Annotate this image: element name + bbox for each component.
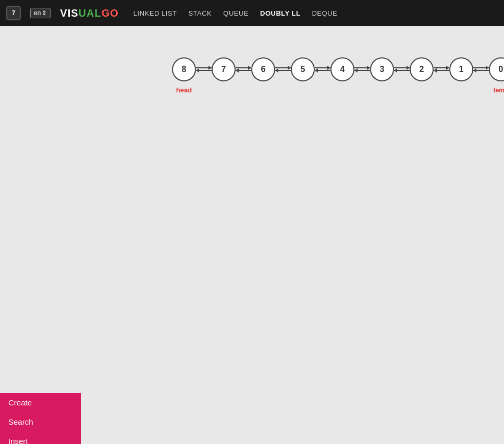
arrow-left-icon	[236, 70, 251, 71]
node-label-8: temp/oldtail	[494, 87, 504, 94]
logo-go: GO	[102, 7, 119, 19]
logo-ual: UAL	[79, 7, 102, 19]
main-nav: LINKED LIST STACK QUEUE DOUBLY LL DEQUE	[133, 9, 337, 17]
list-node-7: 7	[212, 57, 236, 81]
node-label-0: head	[176, 86, 192, 94]
arrow-left-icon	[354, 70, 370, 71]
sidebar-panel: Create Search Insert Remove	[0, 393, 81, 444]
arrow-left-icon	[434, 70, 449, 71]
bottom-toolbar: Create Search Insert Remove Remove Head …	[0, 418, 504, 444]
arrow-3	[315, 67, 330, 71]
arrow-7	[473, 67, 489, 71]
list-node-8: 8head	[172, 57, 196, 81]
list-node-6: 6	[251, 57, 275, 81]
arrow-2	[275, 67, 291, 71]
node-circle-4: 4	[330, 57, 354, 81]
linked-list-visualization: 8head76543210temp/oldtail	[172, 57, 504, 81]
arrow-0	[196, 67, 212, 71]
nav-stack[interactable]: STACK	[188, 9, 212, 17]
arrow-5	[394, 67, 410, 71]
node-circle-3: 3	[370, 57, 394, 81]
nav-deque[interactable]: DEQUE	[312, 9, 337, 17]
logo-vis: VIS	[60, 7, 78, 19]
list-node-3: 3	[370, 57, 394, 81]
node-circle-1: 1	[449, 57, 473, 81]
arrow-1	[236, 67, 251, 71]
site-logo: VISUALGO	[60, 7, 118, 19]
lang-arrow-icon: ⇕	[42, 9, 47, 17]
sidebar-item-insert[interactable]: Insert	[0, 431, 81, 444]
nav-doubly-ll[interactable]: DOUBLY LL	[260, 9, 300, 17]
node-circle-5: 5	[291, 57, 315, 81]
language-selector[interactable]: en ⇕	[30, 8, 51, 18]
arrow-left-icon	[275, 70, 291, 71]
list-node-1: 1	[449, 57, 473, 81]
node-circle-0: 0	[489, 57, 504, 81]
arrow-left-icon	[315, 70, 330, 71]
sidebar-item-search[interactable]: Search	[0, 412, 81, 431]
arrow-left-icon	[394, 70, 410, 71]
list-node-4: 4	[330, 57, 354, 81]
list-node-0: 0temp/oldtail	[489, 57, 504, 81]
node-circle-7: 7	[212, 57, 236, 81]
navbar: 7 en ⇕ VISUALGO LINKED LIST STACK QUEUE …	[0, 0, 504, 26]
badge-icon: 7	[6, 6, 21, 20]
list-node-5: 5	[291, 57, 315, 81]
nav-linked-list[interactable]: LINKED LIST	[133, 9, 177, 17]
badge-label: 7	[12, 9, 16, 17]
node-circle-2: 2	[410, 57, 434, 81]
visualization-canvas: 8head76543210temp/oldtail	[0, 26, 504, 418]
nav-queue[interactable]: QUEUE	[223, 9, 249, 17]
list-node-2: 2	[410, 57, 434, 81]
arrow-6	[434, 67, 449, 71]
node-circle-6: 6	[251, 57, 275, 81]
lang-label: en	[34, 9, 41, 17]
arrow-left-icon	[473, 70, 489, 71]
arrow-4	[354, 67, 370, 71]
sidebar-item-create[interactable]: Create	[0, 393, 81, 412]
arrow-left-icon	[196, 70, 212, 71]
node-circle-8: 8	[172, 57, 196, 81]
